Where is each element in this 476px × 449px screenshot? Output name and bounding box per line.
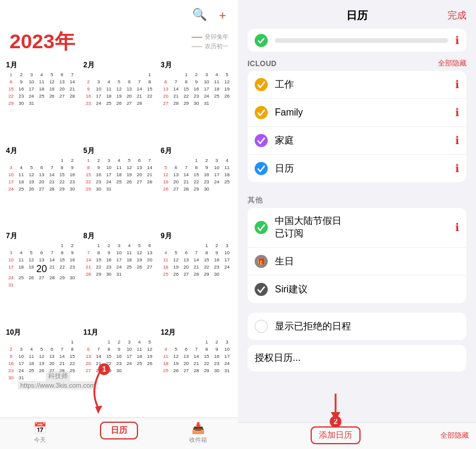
day-cell[interactable]: 31 (104, 186, 114, 193)
day-cell[interactable]: 1 (202, 242, 212, 250)
day-cell[interactable]: 4 (161, 250, 171, 257)
day-cell[interactable]: 13 (171, 172, 181, 179)
day-cell[interactable]: 10 (104, 164, 114, 172)
day-cell[interactable]: 11 (212, 79, 222, 86)
day-cell[interactable]: 12 (134, 250, 145, 257)
day-cell[interactable]: 18 (124, 257, 134, 264)
day-cell[interactable]: 29 (202, 367, 212, 375)
day-cell[interactable]: 21 (67, 86, 77, 93)
day-cell[interactable]: 17 (222, 353, 232, 360)
day-cell[interactable]: 4 (16, 250, 26, 257)
month-block-1[interactable]: 1月12345678910111213141516171819202122232… (5, 59, 79, 141)
day-cell[interactable]: 14 (145, 164, 155, 172)
day-cell[interactable]: 23 (212, 360, 222, 367)
day-cell[interactable]: 9 (83, 86, 93, 93)
info-icon-3[interactable]: ℹ (455, 162, 459, 175)
other-info-icon-0[interactable]: ℹ (455, 221, 459, 234)
day-cell[interactable]: 13 (124, 86, 134, 93)
day-cell[interactable]: 10 (6, 172, 16, 179)
day-cell[interactable]: 27 (57, 93, 67, 100)
day-cell[interactable]: 9 (104, 250, 114, 257)
add-calendar-item[interactable]: 添加日历 2 (238, 426, 433, 444)
day-cell[interactable]: 13 (36, 172, 46, 179)
day-cell[interactable]: 5 (222, 71, 232, 79)
day-cell[interactable]: 28 (47, 275, 57, 282)
day-cell[interactable]: 1 (57, 242, 67, 250)
day-cell[interactable]: 9 (114, 346, 124, 353)
day-cell[interactable]: 7 (191, 250, 201, 257)
day-cell[interactable]: 15 (104, 353, 114, 360)
day-cell[interactable]: 29 (67, 367, 77, 375)
day-cell[interactable]: 14 (83, 257, 93, 264)
day-cell[interactable]: 24 (222, 264, 232, 271)
day-cell[interactable]: 1 (181, 71, 191, 79)
day-cell[interactable]: 30 (6, 375, 16, 382)
info-icon-2[interactable]: ℹ (455, 134, 459, 147)
day-cell[interactable]: 29 (57, 186, 67, 193)
day-cell[interactable]: 11 (36, 79, 46, 86)
day-cell[interactable]: 24 (114, 264, 124, 271)
day-cell[interactable]: 22 (83, 179, 93, 186)
day-cell[interactable]: 1 (104, 339, 114, 346)
day-cell[interactable]: 20 (57, 86, 67, 93)
other-item-2[interactable]: Siri建议 (248, 276, 466, 303)
day-cell[interactable]: 25 (161, 271, 171, 278)
day-cell[interactable]: 18 (222, 172, 232, 179)
month-block-5[interactable]: 5月12345678910111213141516171819202122232… (82, 145, 156, 227)
day-cell[interactable]: 19 (171, 264, 181, 271)
day-cell[interactable]: 22 (145, 93, 155, 100)
day-cell[interactable]: 11 (16, 257, 26, 264)
day-cell[interactable]: 2 (114, 339, 124, 346)
day-cell[interactable]: 24 (16, 367, 26, 375)
day-cell[interactable]: 18 (36, 86, 46, 93)
month-block-4[interactable]: 4月12345678910111213141516171819202122232… (5, 145, 79, 227)
day-cell[interactable]: 2 (191, 71, 201, 79)
day-cell[interactable]: 2 (16, 71, 26, 79)
day-cell[interactable]: 6 (181, 250, 191, 257)
day-cell[interactable]: 27 (171, 186, 181, 193)
day-cell[interactable]: 16 (212, 353, 222, 360)
day-cell[interactable]: 25 (124, 264, 134, 271)
day-cell[interactable]: 12 (161, 172, 171, 179)
day-cell[interactable]: 4 (26, 346, 36, 353)
day-cell[interactable]: 10 (222, 346, 232, 353)
day-cell[interactable]: 27 (145, 264, 155, 271)
info-icon-1[interactable]: ℹ (455, 106, 459, 119)
day-cell[interactable]: 19 (222, 86, 232, 93)
icloud-item-0[interactable]: 工作ℹ (248, 71, 466, 99)
day-cell[interactable]: 2 (6, 346, 16, 353)
day-cell[interactable]: 10 (212, 164, 222, 172)
day-cell[interactable]: 6 (134, 157, 145, 164)
month-block-11[interactable]: 11月1234567891011121314151617181920212223… (82, 326, 156, 416)
day-cell[interactable]: 4 (36, 71, 46, 79)
day-cell[interactable]: 29 (57, 275, 67, 282)
icloud-item-2[interactable]: 家庭ℹ (248, 127, 466, 155)
day-cell[interactable]: 12 (26, 172, 36, 179)
day-cell[interactable]: 24 (93, 100, 104, 107)
day-cell[interactable]: 29 (83, 186, 93, 193)
day-cell[interactable]: 15 (191, 172, 201, 179)
day-cell[interactable]: 10 (6, 257, 16, 264)
day-cell[interactable]: 23 (83, 100, 93, 107)
day-cell[interactable]: 8 (181, 79, 191, 86)
day-cell[interactable]: 2 (212, 339, 222, 346)
day-cell[interactable]: 20 (134, 172, 145, 179)
day-cell[interactable]: 14 (47, 257, 57, 264)
day-cell[interactable]: 19 (26, 264, 36, 275)
day-cell[interactable]: 26 (171, 367, 181, 375)
day-cell[interactable]: 2 (67, 242, 77, 250)
day-cell[interactable]: 19 (161, 179, 171, 186)
day-cell[interactable]: 31 (26, 100, 36, 107)
day-cell[interactable]: 16 (212, 257, 222, 264)
day-cell[interactable]: 3 (202, 71, 212, 79)
day-cell[interactable]: 16 (83, 93, 93, 100)
day-cell[interactable]: 8 (202, 346, 212, 353)
day-cell[interactable]: 11 (161, 257, 171, 264)
day-cell[interactable]: 18 (16, 179, 26, 186)
day-cell[interactable]: 7 (83, 250, 93, 257)
icloud-item-1[interactable]: Familyℹ (248, 99, 466, 127)
day-cell[interactable]: 18 (161, 360, 171, 367)
day-cell[interactable]: 25 (114, 179, 124, 186)
day-cell[interactable]: 11 (134, 346, 145, 353)
day-cell[interactable]: 4 (212, 71, 222, 79)
